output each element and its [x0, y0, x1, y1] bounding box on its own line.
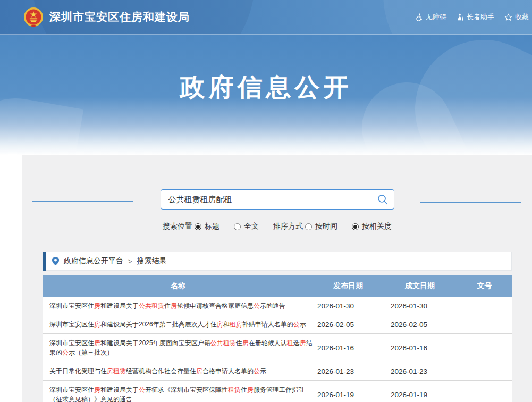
accessibility-label: 无障碍: [426, 12, 446, 22]
doc-title-link[interactable]: 深圳市宝安区住房和建设局关于2025年度面向宝安区户籍公共租赁住房在册轮候人认租…: [49, 339, 313, 356]
highlight-keyword: 租房: [230, 321, 242, 328]
radio-label: 全文: [244, 222, 259, 231]
search-button[interactable]: [376, 194, 389, 206]
radio-option[interactable]: 按相关度: [352, 222, 392, 231]
highlight-keyword: 房: [94, 302, 100, 309]
publish-date: 2026-02-05: [314, 321, 383, 329]
highlight-keyword: 公共租赁: [210, 339, 236, 347]
search-section: 搜索位置标题全文排序方式按时间按相关度: [22, 155, 532, 231]
highlight-keyword: 房: [171, 302, 177, 309]
breadcrumb-item-platform[interactable]: 政府信息公开平台: [64, 256, 123, 266]
radio-icon[interactable]: [352, 223, 359, 230]
highlight-keyword: 房: [247, 386, 254, 393]
table-body: 深圳市宝安区住房和建设局关于公共租赁住房轮候申请核查合格家庭信息公示的通告 20…: [43, 297, 512, 402]
written-date: 2026-01-30: [383, 302, 457, 310]
decor-line-left: [32, 201, 133, 202]
highlight-keyword: 公: [254, 367, 260, 375]
col-header-name: 名称: [43, 281, 314, 291]
doc-title-link[interactable]: 深圳市宝安区住房和建设局关于公共租赁住房轮候申请核查合格家庭信息公示的通告: [49, 302, 285, 309]
doc-title-link[interactable]: 深圳市宝安区住房和建设局关于2026年第二批高层次人才住房和租房补贴申请人名单的…: [49, 321, 306, 328]
filter-group-label: 排序方式: [273, 222, 303, 231]
elder-icon: [457, 13, 464, 21]
results-table: 名称 发布日期 成文日期 文号 深圳市宝安区住房和建设局关于公共租赁住房轮候申请…: [43, 275, 512, 402]
search-icon: [377, 194, 389, 205]
table-row: 关于日常化受理与住房租赁经营机构合作社会存量住房合格申请人名单的公示 2026-…: [43, 362, 512, 381]
filter-group-label: 搜索位置: [163, 222, 192, 231]
doc-title-cell: 深圳市宝安区住房和建设局关于2026年第二批高层次人才住房和租房补贴申请人名单的…: [43, 315, 314, 333]
highlight-keyword: 房: [217, 321, 223, 328]
table-row: 深圳市宝安区住房和建设局关于2025年度面向宝安区户籍公共租赁住房在册轮候人认租…: [43, 334, 512, 362]
written-date: 2026-01-16: [383, 344, 457, 352]
site-brand: 深圳市宝安区住房和建设局: [23, 7, 190, 27]
star-icon: [504, 13, 512, 21]
radio-label: 按相关度: [362, 222, 392, 231]
publish-date: 2026-01-23: [314, 367, 383, 375]
decor-line-right: [420, 202, 521, 203]
col-header-written-date: 成文日期: [383, 281, 457, 291]
radio-label: 标题: [205, 222, 219, 231]
radio-option[interactable]: 标题: [195, 222, 219, 231]
elder-helper-label: 长者助手: [467, 12, 494, 22]
table-row: 深圳市宝安区住房和建设局关于公共租赁住房轮候申请核查合格家庭信息公示的通告 20…: [43, 297, 512, 315]
content-panel: 搜索位置标题全文排序方式按时间按相关度 政府信息公开平台 > 搜索结果 名称 发…: [22, 155, 532, 402]
highlight-keyword: 房: [300, 339, 306, 347]
highlight-keyword: 房: [94, 386, 100, 393]
topbar: 深圳市宝安区住房和建设局 无障碍 长者助手 收藏: [0, 0, 532, 35]
doc-title-cell: 关于日常化受理与住房租赁经营机构合作社会存量住房合格申请人名单的公示: [43, 362, 314, 380]
hero-banner: 政府信息公开: [0, 35, 532, 155]
written-date: 2026-02-05: [383, 321, 457, 329]
highlight-keyword: 公共租赁: [139, 302, 164, 309]
wheelchair-icon: [416, 13, 423, 21]
radio-icon[interactable]: [305, 223, 312, 230]
col-header-doc-number: 文号: [457, 281, 512, 291]
favorite-label: 收藏: [515, 12, 529, 22]
favorite-link[interactable]: 收藏: [504, 12, 529, 22]
highlight-keyword: 房: [242, 339, 249, 347]
breadcrumb-accent-bar: [43, 252, 46, 271]
highlight-keyword: 公: [293, 321, 300, 328]
national-emblem-logo: [23, 7, 44, 27]
search-box: [161, 189, 394, 210]
publish-date: 2026-01-19: [314, 391, 383, 399]
table-header-row: 名称 发布日期 成文日期 文号: [43, 275, 512, 297]
page-title: 政府信息公开: [0, 71, 532, 104]
col-header-publish-date: 发布日期: [314, 281, 383, 291]
elder-helper-link[interactable]: 长者助手: [457, 12, 494, 22]
doc-title-cell: 深圳市宝安区住房和建设局关于2025年度面向宝安区户籍公共租赁住房在册轮候人认租…: [43, 334, 314, 362]
written-date: 2026-01-23: [383, 367, 457, 375]
radio-option[interactable]: 按时间: [305, 222, 337, 231]
radio-option[interactable]: 全文: [234, 222, 259, 231]
doc-title-cell: 深圳市宝安区住房和建设局关于公共租赁住房轮候申请核查合格家庭信息公示的通告: [43, 297, 314, 315]
highlight-keyword: 租: [287, 339, 293, 347]
highlight-keyword: 房: [94, 321, 100, 328]
location-pin-icon: [52, 257, 59, 265]
doc-title-cell: 深圳市宝安区住房和建设局关于公开征求《深圳市宝安区保障性租赁住房服务管理工作指引…: [43, 381, 314, 402]
highlight-keyword: 公: [139, 386, 145, 393]
accessibility-link[interactable]: 无障碍: [416, 12, 446, 22]
highlight-keyword: 房: [196, 367, 202, 375]
utility-links: 无障碍 长者助手 收藏: [416, 0, 529, 34]
doc-title-link[interactable]: 关于日常化受理与住房租赁经营机构合作社会存量住房合格申请人名单的公示: [49, 367, 266, 375]
filter-row: 搜索位置标题全文排序方式按时间按相关度: [22, 222, 532, 231]
breadcrumb: 政府信息公开平台 > 搜索结果: [43, 252, 512, 271]
table-row: 深圳市宝安区住房和建设局关于2026年第二批高层次人才住房和租房补贴申请人名单的…: [43, 315, 512, 334]
doc-title-link[interactable]: 深圳市宝安区住房和建设局关于公开征求《深圳市宝安区保障性租赁住房服务管理工作指引…: [49, 386, 305, 402]
breadcrumb-separator: >: [128, 257, 132, 265]
publish-date: 2026-01-30: [314, 302, 383, 310]
radio-icon[interactable]: [234, 223, 241, 230]
radio-label: 按时间: [315, 222, 337, 231]
site-title: 深圳市宝安区住房和建设局: [49, 10, 190, 24]
highlight-keyword: 房: [94, 339, 100, 347]
publish-date: 2026-01-16: [314, 344, 383, 352]
breadcrumb-item-results[interactable]: 搜索结果: [137, 256, 167, 266]
radio-icon[interactable]: [195, 223, 201, 230]
search-input[interactable]: [161, 190, 394, 209]
highlight-keyword: 租赁: [228, 386, 241, 393]
highlight-keyword: 公: [254, 302, 260, 309]
table-row: 深圳市宝安区住房和建设局关于公开征求《深圳市宝安区保障性租赁住房服务管理工作指引…: [43, 381, 512, 402]
highlight-keyword: 公: [62, 349, 69, 356]
highlight-keyword: 房租赁: [107, 367, 126, 375]
written-date: 2026-01-19: [383, 391, 457, 399]
